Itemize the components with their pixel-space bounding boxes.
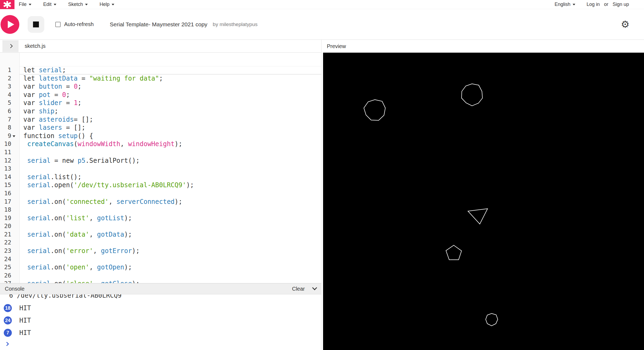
collapse-console-icon[interactable] [312, 285, 317, 290]
code-line[interactable]: var lasers = []; [23, 124, 321, 132]
code-line[interactable]: serial.list(); [23, 173, 321, 181]
code-line[interactable] [23, 165, 321, 173]
console-header: Console Clear [0, 283, 321, 294]
line-number: 1 [0, 66, 19, 74]
login-link[interactable]: Log in [587, 2, 600, 7]
line-number: 8 [0, 124, 19, 132]
code-line[interactable]: var asteroids= []; [23, 116, 321, 124]
code-line[interactable] [23, 206, 321, 214]
file-tab-bar: sketch.js [0, 40, 321, 53]
main-menu: File Edit Sketch Help [19, 2, 114, 7]
sidebar-expand-button[interactable] [2, 40, 19, 52]
code-line[interactable]: serial.on('data', gotData); [23, 230, 321, 239]
code-line[interactable]: function setup() { [23, 132, 321, 140]
line-number: 5 [0, 99, 19, 107]
line-number: 11 [0, 148, 19, 157]
play-button[interactable] [1, 15, 19, 34]
p5-asterisk-icon [3, 1, 12, 8]
chevron-right-icon [8, 44, 13, 48]
code-line[interactable]: serial.on('open', gotOpen); [23, 263, 321, 272]
sketch-author[interactable]: by milestheplatypus [213, 21, 258, 27]
console-log-row: 24HIT [0, 316, 321, 325]
console-panel: Console Clear 6 /dev/tty.usbserial-AB0LR… [0, 283, 321, 350]
settings-gear-icon[interactable] [621, 20, 630, 29]
chevron-down-icon [573, 4, 575, 5]
p5-web-editor: File Edit Sketch Help English Log in o [0, 0, 644, 350]
play-icon [8, 21, 14, 28]
code-line[interactable]: serial.on('list', gotList); [23, 214, 321, 222]
line-number: 18 [0, 206, 19, 214]
language-selector[interactable]: English [555, 2, 575, 7]
log-count-badge: 18 [4, 304, 12, 312]
p5-logo[interactable] [0, 0, 14, 9]
preview-canvas-svg [323, 53, 644, 350]
code-line[interactable] [23, 272, 321, 280]
signup-link[interactable]: Sign up [613, 2, 629, 7]
line-number: 26 [0, 272, 19, 280]
chevron-down-icon [54, 4, 56, 5]
sketch-title[interactable]: Serial Template- Maymester 2021 copy [110, 21, 207, 28]
line-number: 25 [0, 263, 19, 272]
stop-icon [33, 21, 39, 27]
line-number: 17 [0, 198, 19, 206]
code-line[interactable]: var ship; [23, 107, 321, 116]
menu-file-label: File [19, 2, 27, 7]
menu-help[interactable]: Help [100, 2, 114, 7]
code-line[interactable]: serial.on('connected', serverConnected); [23, 198, 321, 206]
asteroid-2 [462, 84, 482, 106]
auto-refresh-checkbox[interactable] [55, 22, 61, 27]
asteroid-3 [446, 245, 462, 260]
code-lines[interactable]: let serial;let latestData = "waiting for… [20, 53, 321, 288]
code-line[interactable] [23, 222, 321, 230]
code-line[interactable] [23, 148, 321, 157]
code-line[interactable]: var slider = 1; [23, 99, 321, 107]
code-line[interactable]: let latestData = "waiting for data"; [23, 74, 321, 83]
main-area: sketch.js 123456789101112131415161718192… [0, 40, 644, 350]
line-number: 13 [0, 165, 19, 173]
code-line[interactable]: var pot = 0; [23, 91, 321, 99]
code-line[interactable] [23, 255, 321, 264]
tab-sketch-js[interactable]: sketch.js [25, 43, 46, 49]
line-number: 19 [0, 214, 19, 222]
menu-sketch-label: Sketch [68, 2, 83, 7]
line-number: 2 [0, 74, 19, 83]
fold-arrow-icon[interactable] [13, 135, 15, 137]
stop-button[interactable] [28, 16, 44, 33]
language-label: English [555, 2, 570, 7]
log-text: HIT [19, 317, 31, 324]
menu-help-label: Help [100, 2, 109, 7]
console-header-actions: Clear [292, 286, 316, 292]
code-line[interactable]: serial = new p5.SerialPort(); [23, 157, 321, 165]
log-text: HIT [19, 329, 31, 337]
menu-file[interactable]: File [19, 2, 31, 7]
code-line[interactable] [23, 239, 321, 247]
line-number: 14 [0, 173, 19, 181]
chevron-down-icon [29, 4, 31, 5]
console-prompt[interactable] [0, 340, 321, 348]
line-number: 9 [0, 132, 19, 140]
line-number: 4 [0, 91, 19, 99]
code-line[interactable]: serial.open('/dev/tty.usbserial-AB0LRCQ9… [23, 181, 321, 189]
asteroid-1 [364, 100, 385, 120]
menu-bar-right: English Log in or Sign up [555, 2, 644, 7]
preview-canvas [323, 53, 644, 350]
log-count-badge: 24 [4, 316, 12, 324]
line-number: 20 [0, 222, 19, 230]
code-line[interactable]: serial.on('error', gotError); [23, 247, 321, 255]
code-line[interactable]: createCanvas(windowWidth, windowHeight); [23, 140, 321, 148]
console-output: 6 /dev/tty.usbserial-AB0LRCQ9 18HIT24HIT… [0, 294, 321, 350]
menu-edit[interactable]: Edit [43, 2, 56, 7]
menu-edit-label: Edit [43, 2, 52, 7]
console-clear-button[interactable]: Clear [292, 286, 305, 292]
code-line[interactable] [23, 189, 321, 198]
preview-title: Preview [327, 43, 346, 49]
preview-header: Preview [323, 40, 644, 53]
code-line[interactable]: let serial; [23, 66, 321, 74]
code-line[interactable]: var button = 0; [23, 82, 321, 91]
line-number: 15 [0, 181, 19, 189]
menu-sketch[interactable]: Sketch [68, 2, 88, 7]
line-number: 7 [0, 116, 19, 124]
or-text: or [604, 2, 608, 7]
log-text: 6 /dev/tty.usbserial-AB0LRCQ9 [0, 294, 122, 299]
line-number: 21 [0, 230, 19, 239]
